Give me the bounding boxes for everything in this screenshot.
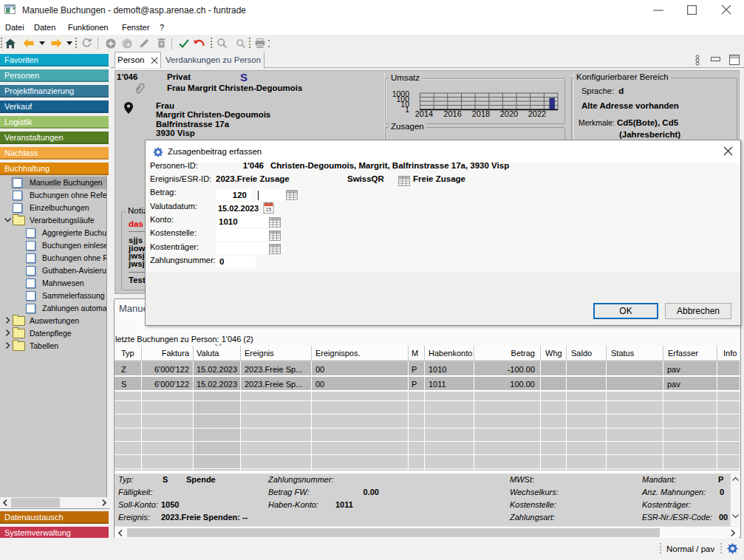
- svg-text:2018: 2018: [472, 109, 490, 118]
- svg-text:1: 1: [405, 105, 409, 114]
- svg-text:2016: 2016: [443, 109, 461, 118]
- svg-text:15: 15: [265, 207, 271, 212]
- svg-text:2014: 2014: [415, 109, 433, 118]
- svg-text:2022: 2022: [528, 109, 546, 118]
- svg-text:2020: 2020: [500, 109, 518, 118]
